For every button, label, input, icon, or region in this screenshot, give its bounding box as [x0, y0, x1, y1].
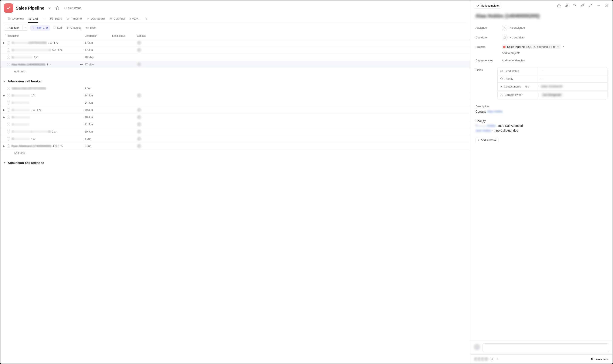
add-task-button[interactable]: +Add task	[4, 25, 28, 31]
svg-point-50	[501, 70, 503, 72]
add-subtask-button[interactable]: +Add subtask	[476, 137, 498, 143]
complete-checkbox[interactable]	[7, 41, 10, 45]
task-row[interactable]: ▶C—————— (——————5)2 10 Jun	[0, 128, 470, 135]
complete-checkbox[interactable]	[7, 94, 10, 97]
add-task-dropdown[interactable]	[23, 26, 28, 30]
section-caret-icon[interactable]	[3, 80, 6, 83]
expand-caret-icon[interactable]: ▶	[3, 109, 6, 111]
complete-checkbox[interactable]	[7, 48, 10, 52]
chevron-down-icon[interactable]	[557, 46, 559, 48]
column-created[interactable]: Created on	[85, 34, 112, 37]
project-chip[interactable]: Sales Pipeline SQL (IC attended + Fit)	[502, 44, 561, 49]
task-row[interactable]: ▶N—————————————55 1 17 Jun	[0, 47, 470, 54]
expand-caret-icon[interactable]: ▶	[3, 42, 6, 44]
expand-icon[interactable]	[587, 2, 593, 9]
task-row[interactable]: ▶B———————1 28 May	[0, 54, 470, 61]
deal-link-1[interactable]: T——— Hobbs	[476, 124, 496, 127]
section-admission-booked: Admission call booked	[0, 77, 470, 85]
add-task-placeholder[interactable]: Add task...	[0, 150, 470, 158]
assignee-value[interactable]: No assignee	[502, 25, 607, 30]
column-contact[interactable]: Contact	[137, 34, 150, 37]
contact-avatar	[137, 144, 150, 148]
move-task-icon[interactable]	[80, 63, 83, 66]
column-taskname[interactable]: Task name	[0, 34, 85, 37]
add-dependencies[interactable]: Add dependencies	[502, 59, 525, 62]
star-icon[interactable]	[55, 5, 60, 11]
tab-overview[interactable]: Overview	[7, 15, 24, 23]
task-name: C—————— (——————5)	[12, 130, 51, 133]
add-collaborator-button[interactable]: +	[495, 357, 500, 362]
created-date: 17 Jun	[85, 48, 112, 52]
filter-chip[interactable]: Filter: 1 ✕	[30, 25, 50, 31]
field-contact-owner[interactable]: Contact owner Juli Söntgerath	[498, 91, 607, 99]
tab-dashboard[interactable]: Dashboard	[86, 15, 105, 23]
task-row[interactable]: ▶N————— (10070041050)1 1 17 Jun	[0, 39, 470, 47]
list-tab-menu-icon[interactable]: •••	[42, 17, 46, 21]
field-priority[interactable]: Priority —	[498, 75, 607, 83]
subtask-icon[interactable]	[572, 2, 578, 9]
task-row[interactable]: ▶n——————24 Jun	[0, 99, 470, 106]
field-lead-status[interactable]: Lead status —	[498, 67, 607, 75]
task-row[interactable]: ▶N——————18 Jun	[0, 114, 470, 121]
complete-checkbox[interactable]	[7, 56, 10, 59]
remove-project-icon[interactable]: ✕	[562, 45, 565, 48]
section-caret-icon[interactable]	[3, 161, 6, 164]
task-row[interactable]: ▶B——————4 6 Jun	[0, 135, 470, 143]
hide-button[interactable]: Hide	[85, 26, 97, 30]
created-date: 9 Jul	[85, 87, 112, 90]
task-row[interactable]: ▶Ryan Alldebrand (17400000000)4 1 6 Jun	[0, 143, 470, 150]
svg-rect-34	[39, 109, 40, 109]
task-name: N—————————————5	[12, 48, 51, 52]
comment-input[interactable]	[482, 343, 609, 352]
svg-point-51	[501, 78, 503, 80]
task-row[interactable]: ▶B——————1 14 Jun	[0, 92, 470, 99]
complete-checkbox[interactable]	[7, 87, 10, 90]
complete-checkbox[interactable]	[7, 108, 10, 112]
extra-collaborators-badge[interactable]: +2	[490, 357, 494, 362]
description-contact-link[interactable]: Alaa Hobbs	[487, 110, 503, 113]
tab-list[interactable]: List	[28, 15, 38, 23]
like-icon[interactable]	[556, 2, 562, 9]
task-row[interactable]: ▶Nafissa Abid (00710710000)9 Jul	[0, 85, 470, 92]
add-tab-button[interactable]: +	[144, 17, 148, 21]
expand-caret-icon[interactable]: ▶	[3, 116, 6, 118]
mark-complete-button[interactable]: Mark complete	[474, 3, 501, 9]
link-icon[interactable]	[579, 2, 586, 9]
leave-task-button[interactable]: Leave task	[589, 357, 609, 361]
expand-caret-icon[interactable]: ▶	[3, 145, 6, 147]
set-status-button[interactable]: Set status	[63, 6, 83, 11]
task-row[interactable]: ▶A——————7 1 19 Jun	[0, 106, 470, 114]
task-detail-title[interactable]: Alaa Hobbs (14040000200)	[476, 11, 607, 23]
expand-caret-icon[interactable]: ▶	[3, 94, 6, 97]
complete-checkbox[interactable]	[7, 137, 10, 141]
project-dropdown-chevron[interactable]	[47, 6, 52, 11]
filter-clear-icon[interactable]: ✕	[46, 26, 48, 29]
complete-checkbox[interactable]	[7, 144, 10, 148]
add-task-placeholder[interactable]: Add task...	[0, 68, 470, 77]
tab-calendar[interactable]: Calendar	[109, 15, 126, 23]
field-contact-name-old[interactable]: AContact name — old Julian Southworth	[498, 83, 607, 91]
attachment-icon[interactable]	[564, 2, 570, 9]
complete-checkbox[interactable]	[7, 63, 10, 66]
complete-checkbox[interactable]	[7, 123, 10, 126]
tab-timeline[interactable]: Timeline	[66, 15, 82, 23]
comment-count-badge: 1	[48, 41, 53, 44]
complete-checkbox[interactable]	[7, 116, 10, 119]
complete-checkbox[interactable]	[7, 130, 10, 133]
sort-button[interactable]: Sort	[52, 26, 63, 30]
group-by-button[interactable]: Group by	[65, 26, 82, 30]
tab-board[interactable]: Board	[50, 15, 63, 23]
close-panel-icon[interactable]	[603, 2, 609, 9]
subtask-count-badge: 1	[37, 108, 41, 112]
task-description[interactable]: Contact: Alaa Hobbs Deal(s): T——— Hobbs …	[476, 109, 607, 133]
complete-checkbox[interactable]	[7, 101, 10, 104]
more-icon[interactable]	[595, 2, 601, 9]
collaborators-stack[interactable]	[474, 357, 487, 362]
add-to-projects[interactable]: Add to projects	[502, 52, 520, 55]
duedate-value[interactable]: No due date	[502, 35, 607, 40]
task-row[interactable]: ▶J——————11 Jun	[0, 121, 470, 128]
more-tabs[interactable]: 3 more...	[129, 17, 140, 21]
deal-link-2[interactable]: Jack Hobbs	[476, 129, 491, 132]
column-lead[interactable]: Lead status	[112, 34, 137, 37]
task-row[interactable]: ▶Alaa Hobbs (14040000200)3 27 May	[0, 61, 470, 68]
